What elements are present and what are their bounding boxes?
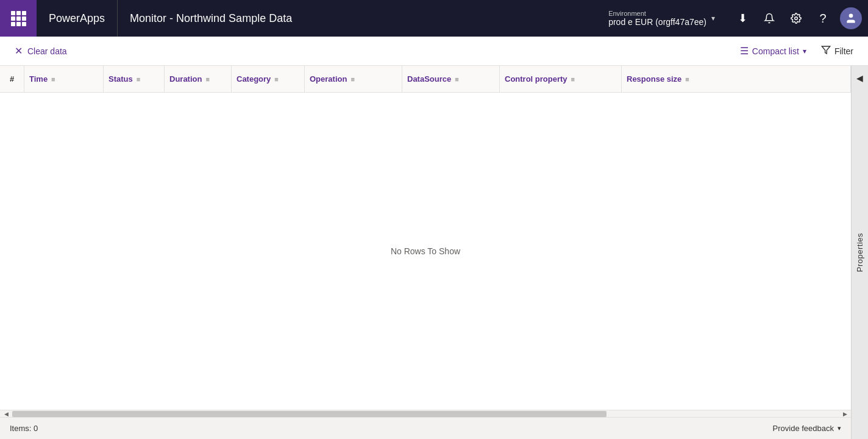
notification-button[interactable] [757,6,781,30]
clear-data-label: Clear data [27,46,67,56]
operation-sort-icon[interactable]: ≡ [350,76,354,83]
properties-panel-label: Properties [855,233,864,272]
table-header: # Time ≡ Status ≡ Duration ≡ Category ≡ … [0,66,851,93]
close-icon: ✕ [15,45,23,57]
svg-point-0 [795,17,798,20]
col-header-duration: Duration ≡ [165,66,232,92]
toolbar-right-group: ☰ Compact list ▾ Filter [735,43,858,59]
compact-list-chevron-icon: ▾ [803,47,806,55]
items-count: Items: 0 [10,424,38,433]
feedback-chevron-icon: ▾ [838,424,841,432]
table-body[interactable]: No Rows To Show [0,93,851,410]
environment-label: Environment [608,10,706,17]
filter-button[interactable]: Filter [816,43,858,59]
avatar[interactable] [840,7,862,29]
clear-data-button[interactable]: ✕ Clear data [10,43,72,59]
page-title: Monitor - Northwind Sample Data [118,12,599,25]
col-header-control-property: Control property ≡ [500,66,622,92]
properties-panel[interactable]: ◀ Properties [851,66,868,439]
col-header-category: Category ≡ [232,66,305,92]
scroll-right-arrow[interactable]: ▶ [839,410,851,418]
environment-chevron-icon: ▾ [711,14,715,23]
category-sort-icon[interactable]: ≡ [274,76,278,83]
top-nav-bar: PowerApps Monitor - Northwind Sample Dat… [0,0,868,37]
duration-sort-icon[interactable]: ≡ [205,76,209,83]
table-wrapper: # Time ≡ Status ≡ Duration ≡ Category ≡ … [0,66,851,439]
filter-label: Filter [834,46,853,56]
col-header-time: Time ≡ [24,66,104,92]
provide-feedback-label: Provide feedback [773,424,834,433]
time-sort-icon[interactable]: ≡ [51,76,55,83]
environment-selector[interactable]: Environment prod e EUR (orgff47a7ee) ▾ [599,10,724,27]
waffle-grid-icon [11,11,26,26]
panel-collapse-icon: ◀ [856,73,863,83]
datasource-sort-icon[interactable]: ≡ [455,76,458,83]
scrollbar-thumb[interactable] [12,411,607,417]
response-size-sort-icon[interactable]: ≡ [685,76,689,83]
main-content: # Time ≡ Status ≡ Duration ≡ Category ≡ … [0,66,868,439]
col-header-datasource: DataSource ≡ [402,66,500,92]
col-header-hash: # [0,66,24,92]
filter-icon [821,45,831,57]
app-name: PowerApps [37,0,118,37]
compact-list-icon: ☰ [740,45,749,57]
compact-list-button[interactable]: ☰ Compact list ▾ [735,43,811,59]
compact-list-label: Compact list [752,46,799,56]
nav-icons-group: ⬇ ? [724,6,868,30]
col-header-operation: Operation ≡ [305,66,402,92]
col-header-response-size: Response size ≡ [622,66,851,92]
help-button[interactable]: ? [811,6,835,30]
svg-marker-2 [822,46,830,54]
environment-name: prod e EUR (orgff47a7ee) [608,17,706,27]
horizontal-scrollbar[interactable]: ◀ ▶ [0,410,851,417]
download-button[interactable]: ⬇ [730,6,755,30]
waffle-menu-button[interactable] [0,0,37,37]
status-bar: Items: 0 Provide feedback ▾ [0,417,851,439]
status-sort-icon[interactable]: ≡ [137,76,140,83]
col-header-status: Status ≡ [104,66,165,92]
scroll-left-arrow[interactable]: ◀ [0,410,12,418]
provide-feedback-button[interactable]: Provide feedback ▾ [773,424,841,433]
control-property-sort-icon[interactable]: ≡ [571,76,575,83]
scrollbar-thumb-area[interactable] [12,410,839,417]
settings-button[interactable] [784,6,808,30]
svg-point-1 [849,14,853,18]
toolbar: ✕ Clear data ☰ Compact list ▾ Filter [0,37,868,66]
no-rows-message: No Rows To Show [391,246,460,256]
